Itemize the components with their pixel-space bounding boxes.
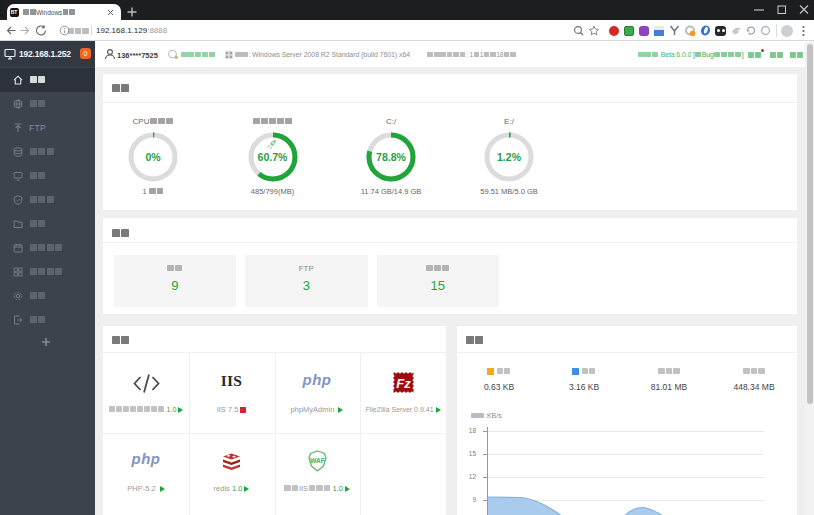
svg-text:Fz: Fz [396, 376, 411, 391]
svg-text:WAF: WAF [310, 457, 324, 464]
